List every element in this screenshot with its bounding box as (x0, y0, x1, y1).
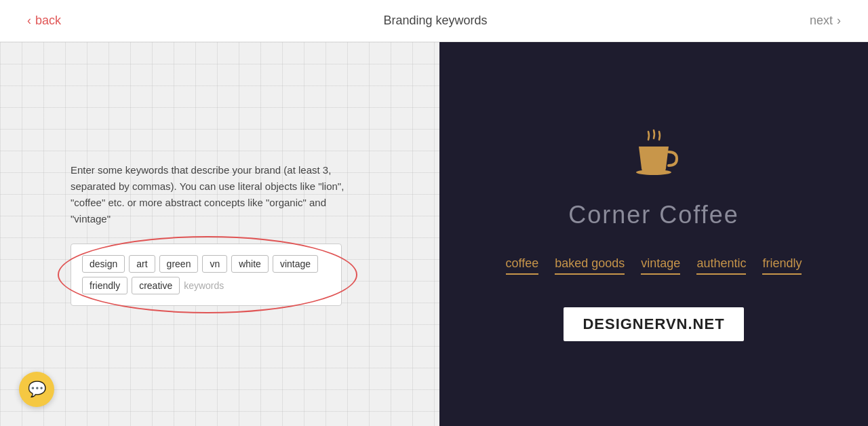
right-panel: Corner Coffee coffeebaked goodsvintageau… (439, 42, 868, 426)
left-content: Enter some keywords that describe your b… (43, 135, 396, 333)
next-button[interactable]: next › (810, 14, 841, 28)
back-button[interactable]: ‹ back (27, 14, 61, 28)
svg-point-0 (636, 170, 671, 175)
watermark-text: DESIGNERVN.NET (583, 315, 724, 332)
keyword-tag[interactable]: friendly (82, 277, 127, 294)
header: ‹ back Branding keywords next › (0, 0, 868, 42)
keyword-tag[interactable]: white (231, 255, 269, 273)
brand-keyword-item: authentic (696, 256, 746, 275)
brand-keyword-item: vintage (641, 256, 680, 275)
brand-keyword-item: baked goods (555, 256, 625, 275)
main-layout: Enter some keywords that describe your b… (0, 0, 868, 426)
keywords-tags: designartgreenvnwhitevintagefriendlycrea… (82, 255, 330, 294)
keyword-tag[interactable]: creative (132, 277, 180, 294)
chevron-right-icon: › (837, 14, 841, 28)
keywords-box[interactable]: designartgreenvnwhitevintagefriendlycrea… (71, 244, 342, 306)
brand-keyword-item: coffee (506, 256, 539, 275)
instructions-text: Enter some keywords that describe your b… (71, 162, 369, 227)
keyword-tag[interactable]: vintage (273, 255, 318, 273)
keyword-tag[interactable]: art (129, 255, 155, 273)
keyword-tag[interactable]: green (159, 255, 199, 273)
left-panel: Enter some keywords that describe your b… (0, 42, 439, 426)
brand-keywords: coffeebaked goodsvintageauthenticfriendl… (506, 256, 802, 275)
brand-name: Corner Coffee (568, 201, 738, 229)
watermark-box: DESIGNERVN.NET (564, 307, 743, 341)
back-label: back (35, 14, 61, 28)
next-label: next (810, 14, 833, 28)
chat-icon: 💬 (28, 381, 46, 398)
brand-keyword-item: friendly (762, 256, 802, 275)
coffee-icon (627, 128, 681, 185)
page-title: Branding keywords (383, 14, 487, 28)
keyword-input-placeholder: keywords (184, 277, 224, 294)
keyword-tag[interactable]: design (82, 255, 125, 273)
chat-button[interactable]: 💬 (19, 372, 54, 407)
keyword-tag[interactable]: vn (202, 255, 227, 273)
chevron-left-icon: ‹ (27, 14, 31, 28)
